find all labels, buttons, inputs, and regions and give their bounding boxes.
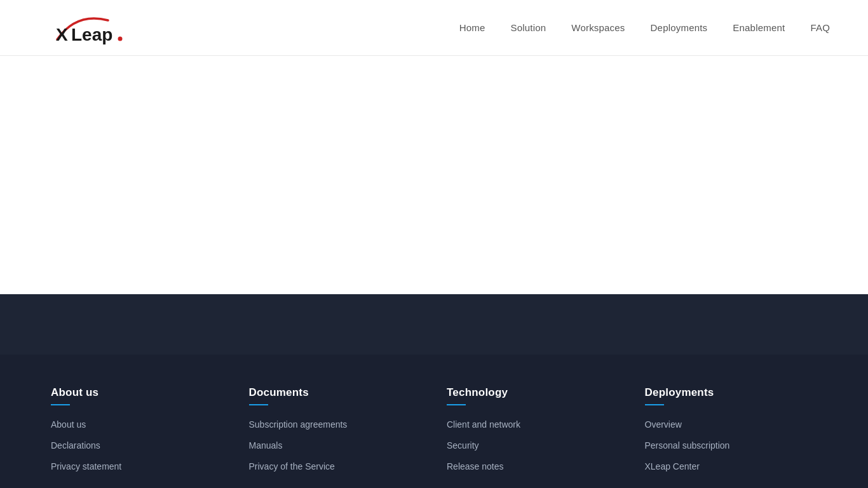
footer-col-deployments-links: Overview Personal subscription XLeap Cen… [645,418,818,473]
svg-text:Leap: Leap [71,25,112,44]
footer-link-privacy-statement[interactable]: Privacy statement [51,461,121,471]
footer-link-privacy-service[interactable]: Privacy of the Service [249,461,335,471]
main-nav: Home Solution Workspaces Deployments Ena… [459,22,830,33]
list-item: Release notes [447,460,620,473]
footer-col-technology-heading: Technology [447,386,620,399]
footer-col-documents: Documents Subscription agreements Manual… [249,386,422,473]
footer-col-documents-underline [249,404,268,405]
footer-col-deployments-underline [645,404,664,405]
list-item: Personal subscription [645,439,818,452]
nav-faq[interactable]: FAQ [810,22,830,33]
footer-link-overview[interactable]: Overview [645,419,682,430]
footer-link-client-network[interactable]: Client and network [447,419,520,430]
nav-enablement[interactable]: Enablement [733,22,785,33]
footer-link-declarations[interactable]: Declarations [51,440,100,451]
footer-col-deployments: Deployments Overview Personal subscripti… [645,386,818,473]
list-item: About us [51,418,224,431]
svg-text:X: X [56,25,68,44]
footer-link-xleap-center[interactable]: XLeap Center [645,461,700,471]
footer-col-documents-heading: Documents [249,386,422,399]
footer-link-security[interactable]: Security [447,440,479,451]
footer-col-technology-links: Client and network Security Release note… [447,418,620,473]
footer-col-technology-underline [447,404,466,405]
footer-link-personal-subscription[interactable]: Personal subscription [645,440,730,451]
list-item: Security [447,439,620,452]
site-footer: About us About us Declarations Privacy s… [0,355,868,488]
list-item: Privacy of the Service [249,460,422,473]
footer-col-deployments-heading: Deployments [645,386,818,399]
footer-grid: About us About us Declarations Privacy s… [51,386,817,473]
footer-top-band [0,294,868,355]
footer-link-manuals[interactable]: Manuals [249,440,283,451]
list-item: Client and network [447,418,620,431]
nav-deployments[interactable]: Deployments [651,22,708,33]
list-item: Declarations [51,439,224,452]
footer-col-about-heading: About us [51,386,224,399]
footer-link-release-notes[interactable]: Release notes [447,461,504,471]
list-item: Overview [645,418,818,431]
nav-home[interactable]: Home [459,22,485,33]
nav-workspaces[interactable]: Workspaces [571,22,625,33]
list-item: Privacy statement [51,460,224,473]
footer-col-technology: Technology Client and network Security R… [447,386,620,473]
logo[interactable]: X Leap [38,9,153,47]
list-item: XLeap Center [645,460,818,473]
footer-col-about-links: About us Declarations Privacy statement [51,418,224,473]
main-content [0,56,868,294]
nav-solution[interactable]: Solution [511,22,546,33]
site-header: X Leap Home Solution Workspaces Deployme… [0,0,868,56]
svg-point-2 [118,36,123,41]
list-item: Subscription agreements [249,418,422,431]
footer-link-about-us[interactable]: About us [51,419,86,430]
footer-col-about: About us About us Declarations Privacy s… [51,386,224,473]
footer-link-subscription-agreements[interactable]: Subscription agreements [249,419,348,430]
list-item: Manuals [249,439,422,452]
footer-col-documents-links: Subscription agreements Manuals Privacy … [249,418,422,473]
footer-col-about-underline [51,404,70,405]
